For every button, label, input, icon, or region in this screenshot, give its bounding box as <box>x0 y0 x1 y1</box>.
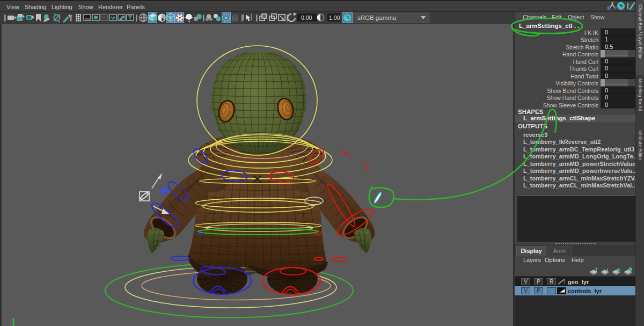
svg-text:0.00: 0.00 <box>301 15 312 21</box>
svg-text:sRGB gamma: sRGB gamma <box>357 15 397 21</box>
svg-text:1.00: 1.00 <box>329 15 340 21</box>
